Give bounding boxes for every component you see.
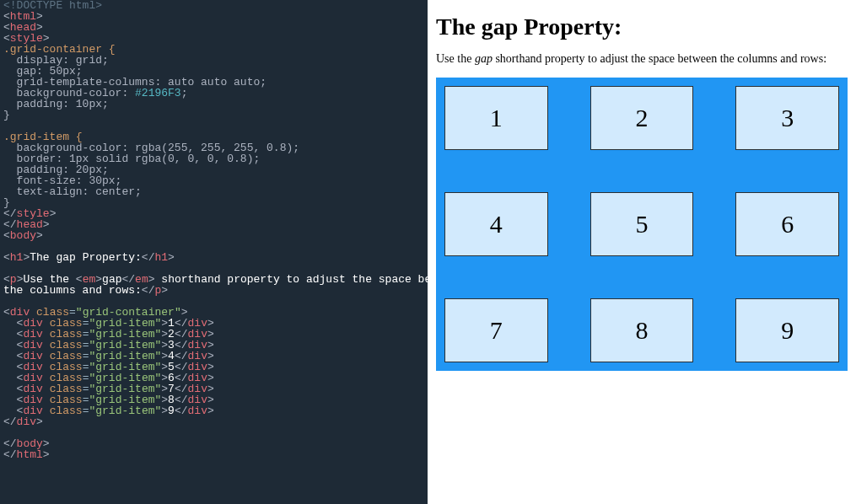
grid-item: 9 xyxy=(735,298,839,362)
code-p-text-line1: shorthand property to adjust the space b… xyxy=(155,273,428,286)
code-tag-body-open: body xyxy=(10,229,36,242)
grid-item: 5 xyxy=(590,192,694,256)
code-p-text-line2: the columns and rows: xyxy=(3,284,142,297)
code-h1-text: The gap Property: xyxy=(30,251,142,264)
code-prop-padding: padding: 10px; xyxy=(3,98,109,110)
grid-item: 1 xyxy=(444,86,548,150)
grid-container: 1 2 3 4 5 6 7 8 9 xyxy=(436,78,848,371)
grid-item: 3 xyxy=(735,86,839,150)
preview-pane: The gap Property: Use the gap shorthand … xyxy=(428,0,856,504)
grid-item: 2 xyxy=(590,86,694,150)
code-editor-pane[interactable]: <!DOCTYPE html> <html> <head> <style> .g… xyxy=(0,0,428,504)
code-prop-bg-value: #2196F3 xyxy=(135,87,181,99)
code-brace-close: } xyxy=(3,109,10,121)
code-prop-textalign: text-align: center; xyxy=(3,185,142,198)
preview-paragraph: Use the gap shorthand property to adjust… xyxy=(436,52,848,66)
preview-heading: The gap Property: xyxy=(436,13,848,40)
grid-item: 8 xyxy=(590,298,694,362)
grid-item: 4 xyxy=(444,192,548,256)
grid-item: 6 xyxy=(735,192,839,256)
code-tag-html-close: html xyxy=(17,448,43,461)
preview-em: gap xyxy=(475,52,493,65)
grid-item: 7 xyxy=(444,298,548,362)
